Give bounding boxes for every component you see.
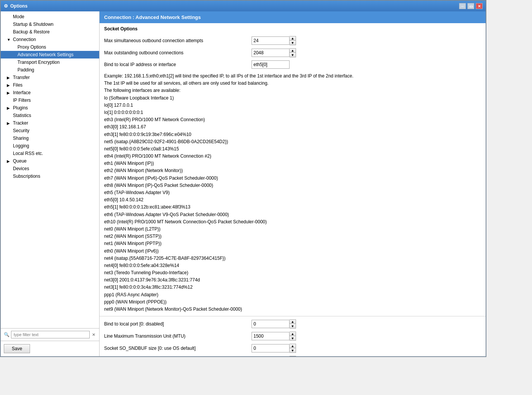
info-line: lo[1] 0:0:0:0:0:0:0:1 (104, 109, 481, 116)
sidebar-item-tracker[interactable]: ▶Tracker (1, 119, 99, 127)
sidebar-item-plugins[interactable]: ▶Plugins (1, 104, 99, 112)
sidebar: ModeStartup & ShutdownBackup & Restore▼C… (1, 11, 100, 356)
info-line: net3[0] 2001:0:4137:9e76:3c4a:3f8c:3231:… (104, 276, 481, 284)
spinner-up-so-sndbuf[interactable]: ▲ (290, 344, 296, 348)
field-label-max-outstanding: Max outstanding outbound connections (104, 50, 249, 55)
spinner-so-rcvbuf: ▲▼ (290, 356, 296, 356)
sidebar-item-files[interactable]: ▶Files (1, 81, 99, 89)
spinner-max-outstanding: ▲▼ (290, 48, 296, 57)
input-bind-local-port[interactable] (252, 320, 290, 328)
field-input-bind-local-port: ▲▼ (252, 319, 296, 329)
sidebar-item-transfer[interactable]: ▶Transfer (1, 74, 99, 81)
sidebar-item-label: Startup & Shutdown (13, 22, 54, 27)
sidebar-item-label: Devices (13, 166, 29, 171)
info-line: net3[1] fe80:0:0:0:3c4a:3f8c:3231:774d%1… (104, 284, 481, 291)
spinner-up-mtu[interactable]: ▲ (290, 332, 296, 336)
section-title: Socket Options (100, 23, 486, 35)
sidebar-item-local-rss[interactable]: Local RSS etc. (1, 150, 99, 157)
sidebar-item-label: Mode (13, 14, 24, 19)
search-input[interactable] (11, 331, 90, 338)
sidebar-item-label: Logging (13, 143, 29, 149)
sidebar-item-mode[interactable]: Mode (1, 13, 99, 21)
info-line: net4[0] fe80:0:0:0:5efe:a04:328e%14 (104, 262, 481, 269)
info-line: eth3 (Intel(R) PRO/1000 MT Network Conne… (104, 116, 481, 123)
info-line: eth6 (TAP-Windows Adapter V9-QoS Packet … (104, 211, 481, 218)
spinner-down-bind-local-port[interactable]: ▼ (290, 324, 296, 328)
sidebar-item-label: Advanced Network Settings (17, 52, 73, 57)
info-line: The 1st IP will be used for all services… (104, 80, 481, 87)
field-input-max-simultaneous: ▲▼ (252, 36, 296, 45)
spinner-up-bind-local-port[interactable]: ▲ (290, 320, 296, 324)
titlebar-icon: ⚙ (4, 3, 8, 9)
titlebar: ⚙ Options ─ ▭ ✕ (1, 1, 486, 11)
spinner-up-max-outstanding[interactable]: ▲ (290, 49, 296, 53)
spinner-down-max-simultaneous[interactable]: ▼ (290, 41, 296, 45)
field-input-max-outstanding: ▲▼ (252, 48, 296, 57)
sidebar-item-subscriptions[interactable]: Subscriptions (1, 172, 99, 180)
input-max-outstanding[interactable] (252, 49, 290, 57)
info-line: net9 (WAN Miniport (Network Monitor)-QoS… (104, 306, 481, 313)
sidebar-item-logging[interactable]: Logging (1, 142, 99, 150)
sidebar-item-label: Files (13, 82, 22, 88)
sidebar-item-security[interactable]: Security (1, 127, 99, 134)
sidebar-tree: ModeStartup & ShutdownBackup & Restore▼C… (1, 11, 99, 328)
sidebar-item-label: IP Filters (13, 98, 31, 103)
tree-arrow-icon: ▶ (7, 83, 11, 87)
sidebar-item-label: Statistics (13, 113, 31, 118)
sidebar-item-statistics[interactable]: Statistics (1, 112, 99, 119)
close-button[interactable]: ✕ (476, 3, 483, 9)
form-row-max-simultaneous: Max simultaneous outbound connection att… (100, 35, 486, 47)
sidebar-item-startup-shutdown[interactable]: Startup & Shutdown (1, 21, 99, 28)
minimize-button[interactable]: ─ (459, 3, 466, 9)
info-line: eth5 (TAP-Windows Adapter V9) (104, 189, 481, 196)
input-mtu[interactable] (252, 332, 290, 340)
info-line: eth10 (Intel(R) PRO/1000 MT Network Conn… (104, 218, 481, 226)
sidebar-item-interface[interactable]: ▶Interface (1, 89, 99, 96)
field-label-max-simultaneous: Max simultaneous outbound connection att… (104, 38, 249, 43)
spinner-down-max-outstanding[interactable]: ▼ (290, 53, 296, 57)
panel-header: Connection : Advanced Network Settings (100, 11, 486, 23)
sidebar-item-padding[interactable]: Padding (1, 66, 99, 74)
sidebar-item-advanced-network[interactable]: Advanced Network Settings (1, 51, 99, 58)
sidebar-item-label: Local RSS etc. (13, 151, 43, 156)
info-line: lo (Software Loopback Interface 1) (104, 95, 481, 102)
form-row-max-outstanding: Max outstanding outbound connections▲▼ (100, 47, 486, 59)
sidebar-item-label: Sharing (13, 136, 28, 141)
spinner-down-mtu[interactable]: ▼ (290, 336, 296, 340)
info-line: eth4 (Intel(R) PRO/1000 MT Network Conne… (104, 153, 481, 160)
restore-button[interactable]: ▭ (467, 3, 474, 9)
sidebar-search-bar: 🔍 ✕ (1, 328, 99, 341)
sidebar-item-sharing[interactable]: Sharing (1, 134, 99, 142)
sidebar-item-connection[interactable]: ▼Connection (1, 36, 99, 43)
input-so-sndbuf[interactable] (252, 344, 290, 352)
sidebar-item-label: Subscriptions (13, 174, 40, 179)
save-button[interactable]: Save (4, 344, 30, 353)
info-line: net5 (isatap.{A8B29C02-92F2-4901-B6DB-0A… (104, 138, 481, 145)
spinner-mtu: ▲▼ (290, 332, 296, 341)
spinner-up-max-simultaneous[interactable]: ▲ (290, 36, 296, 41)
field-input-so-rcvbuf: ▲▼ (252, 356, 296, 356)
sidebar-item-ip-filters[interactable]: IP Filters (1, 96, 99, 104)
options-window: ⚙ Options ─ ▭ ✕ ModeStartup & ShutdownBa… (0, 0, 486, 357)
info-line: eth3[1] fe80:0:0:0:9c19:3be7:696c:e04%10 (104, 131, 481, 138)
spinner-down-so-sndbuf[interactable]: ▼ (290, 348, 296, 352)
sidebar-item-label: Transport Encryption (17, 60, 60, 65)
tree-arrow-icon: ▶ (7, 121, 11, 125)
input-max-simultaneous[interactable] (252, 36, 290, 45)
window-title: Options (10, 3, 27, 9)
main-content: ModeStartup & ShutdownBackup & Restore▼C… (1, 11, 486, 356)
panel-body[interactable]: Socket OptionsMax simultaneous outbound … (100, 23, 486, 356)
search-clear-button[interactable]: ✕ (91, 332, 96, 338)
sidebar-item-transport-encryption[interactable]: Transport Encryption (1, 58, 99, 66)
tree-arrow-icon: ▶ (7, 91, 11, 95)
info-line: net2 (WAN Miniport (SSTP)) (104, 233, 481, 240)
sidebar-item-label: Backup & Restore (13, 29, 50, 35)
divider (100, 316, 486, 316)
sidebar-item-backup-restore[interactable]: Backup & Restore (1, 28, 99, 36)
info-line: net0 (WAN Miniport (L2TP)) (104, 226, 481, 233)
sidebar-item-devices[interactable]: Devices (1, 165, 99, 172)
sidebar-item-label: Transfer (13, 75, 30, 80)
input-bind-local-ip[interactable] (252, 60, 290, 69)
sidebar-item-proxy-options[interactable]: Proxy Options (1, 43, 99, 51)
sidebar-item-queue[interactable]: ▶Queue (1, 157, 99, 165)
